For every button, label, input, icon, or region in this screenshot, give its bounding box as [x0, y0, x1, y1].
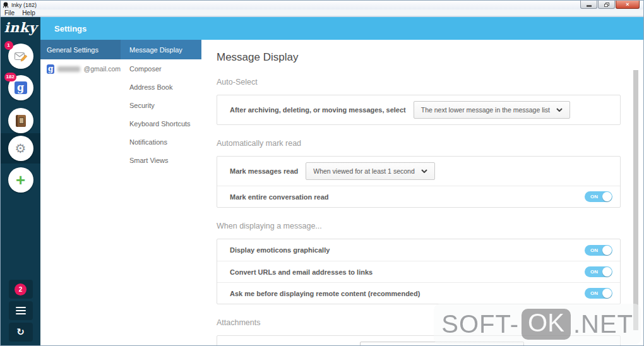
restore-icon: [604, 3, 609, 7]
alerts-button[interactable]: 2: [9, 280, 33, 299]
section-header-displaying: When displaying a message...: [217, 222, 621, 230]
main-panel: Message Display Auto-Select After archiv…: [201, 40, 643, 345]
section-header-auto-select: Auto-Select: [217, 78, 621, 86]
row-label: Mark entire conversation read: [230, 193, 329, 201]
hamburger-icon: [16, 307, 26, 314]
dropdown-value: The next lower message in the message li…: [421, 106, 550, 114]
sidebar-bottom: 2 ↻: [9, 277, 33, 345]
settings-button[interactable]: ⚙: [8, 136, 33, 161]
envelope-pencil-icon: [14, 51, 28, 62]
titlebar: Inky (182) ×: [1, 1, 643, 9]
menu-button[interactable]: [9, 301, 33, 320]
row-label: Convert URLs and email addresses to link…: [230, 268, 373, 276]
settings-header: Settings: [40, 17, 643, 40]
convert-urls-toggle[interactable]: ON: [585, 266, 612, 277]
settings-row: Mark entire conversation read ON: [217, 186, 620, 207]
refresh-icon: ↻: [16, 326, 25, 338]
restore-button[interactable]: [598, 1, 615, 9]
gear-icon: ⚙: [15, 142, 27, 155]
settings-nav-right: Message Display Composer Address Book Se…: [121, 40, 201, 345]
section-header-mark-read: Automatically mark read: [217, 139, 621, 148]
row-label: Mark messages read: [230, 167, 298, 175]
nav-item-composer[interactable]: Composer: [121, 59, 201, 78]
card-displaying: Display emoticons graphically ON Convert…: [217, 239, 621, 304]
toggle-state: ON: [590, 290, 598, 296]
refresh-button[interactable]: ↻: [9, 323, 33, 342]
close-button[interactable]: ×: [616, 1, 640, 9]
watermark-text-left: SOFT-: [441, 310, 519, 338]
inky-logo: inky: [1, 17, 40, 40]
nav-item-keyboard-shortcuts[interactable]: Keyboard Shortcuts: [121, 114, 201, 133]
row-label: Ask me before displaying remote content …: [230, 290, 420, 297]
menu-help[interactable]: Help: [22, 9, 35, 16]
plus-icon: +: [16, 172, 25, 188]
toggle-knob: [602, 192, 612, 201]
minimize-icon: [587, 5, 592, 7]
settings-nav-left: General Settings g @gmail.com: [40, 40, 121, 345]
settings-selected-band: ⚙: [1, 133, 40, 164]
content: Settings General Settings g @gmail.com M…: [40, 17, 643, 345]
dropdown-value: When viewed for at least 1 second: [313, 167, 415, 175]
toggle-state: ON: [590, 248, 598, 253]
mail-count-badge: 182: [4, 73, 16, 81]
vertical-scrollbar-thumb[interactable]: [633, 70, 638, 330]
google-icon: g: [15, 81, 27, 94]
emoticons-toggle[interactable]: ON: [585, 245, 612, 256]
settings-row: Ask me before displaying remote content …: [217, 282, 620, 304]
settings-row: Convert URLs and email addresses to link…: [217, 261, 620, 282]
settings-row: After archiving, deleting, or moving mes…: [217, 95, 620, 124]
watermark-text-right: .NET: [573, 310, 633, 338]
nav-item-smart-views[interactable]: Smart Views: [121, 151, 201, 169]
card-mark-read: Mark messages read When viewed for at le…: [217, 156, 621, 208]
add-account-button[interactable]: +: [8, 167, 33, 193]
nav-item-security[interactable]: Security: [121, 96, 201, 114]
account-item[interactable]: g @gmail.com: [40, 59, 121, 78]
google-account-icon: g: [47, 64, 54, 74]
settings-row: Display emoticons graphically ON: [217, 239, 620, 261]
nav-item-address-book[interactable]: Address Book: [121, 78, 201, 96]
gmail-account-button[interactable]: 182 g: [8, 75, 33, 100]
compose-button[interactable]: 1: [8, 44, 33, 69]
account-email: @gmail.com: [83, 65, 121, 73]
compose-badge: 1: [4, 41, 13, 50]
mark-conversation-toggle[interactable]: ON: [585, 191, 612, 202]
address-book-button[interactable]: [8, 108, 33, 133]
minimize-button[interactable]: [580, 1, 597, 9]
alerts-badge: 2: [15, 283, 27, 295]
toggle-knob: [602, 289, 612, 298]
toggle-knob: [602, 267, 612, 277]
toggle-state: ON: [590, 194, 598, 200]
inky-window: Inky (182) × File Help inky 1 182: [0, 0, 644, 346]
remote-content-toggle[interactable]: ON: [585, 288, 612, 299]
chevron-down-icon: [421, 169, 427, 173]
general-settings-header: General Settings: [40, 40, 121, 59]
nav-item-message-display[interactable]: Message Display: [121, 40, 201, 59]
card-auto-select: After archiving, deleting, or moving mes…: [217, 95, 621, 125]
nav-item-notifications[interactable]: Notifications: [121, 133, 201, 151]
mark-read-dropdown[interactable]: When viewed for at least 1 second: [306, 162, 435, 180]
close-icon: ×: [626, 2, 629, 8]
blurred-account-name: [57, 66, 80, 72]
page-title: Message Display: [217, 51, 621, 64]
address-book-icon: [16, 115, 26, 127]
watermark: SOFT- OK .NET: [434, 304, 641, 345]
auto-select-dropdown[interactable]: The next lower message in the message li…: [414, 101, 570, 119]
window-controls: ×: [580, 1, 640, 9]
window-title: Inky (182): [11, 2, 37, 8]
row-label: After archiving, deleting, or moving mes…: [230, 106, 406, 114]
toggle-knob: [602, 246, 612, 255]
menu-file[interactable]: File: [4, 9, 15, 16]
settings-row: Mark messages read When viewed for at le…: [217, 157, 620, 186]
inky-app-icon: [3, 2, 9, 8]
menubar: File Help: [1, 9, 643, 17]
sidebar: inky 1 182 g ⚙: [1, 17, 40, 345]
toggle-state: ON: [590, 269, 598, 275]
row-label: Display emoticons graphically: [230, 246, 330, 254]
watermark-box: OK: [522, 309, 571, 340]
chevron-down-icon: [556, 108, 563, 112]
